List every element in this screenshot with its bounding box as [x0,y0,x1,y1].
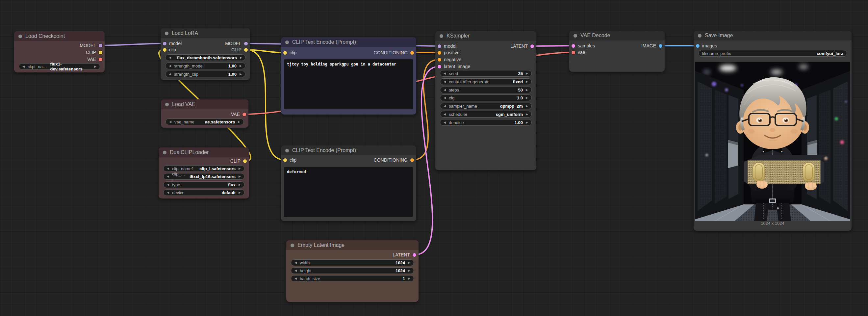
vae-name-widget[interactable]: ◀ vae_name ae.safetensors ▶ [165,118,244,125]
stepper-left-icon[interactable]: ◀ [443,121,446,124]
latent-port-icon[interactable] [571,44,575,48]
stepper-right-icon[interactable]: ▶ [239,175,241,178]
conditioning-port-icon[interactable] [438,58,441,62]
clip-port-icon[interactable] [283,158,287,162]
control-after-generate-widget[interactable]: ◀ control after generate fixed ▶ [440,78,532,85]
image-port-icon[interactable] [659,44,662,48]
stepper-right-icon[interactable]: ▶ [240,73,242,76]
stepper-left-icon[interactable]: ◀ [443,113,446,116]
stepper-right-icon[interactable]: ▶ [408,277,410,280]
stepper-left-icon[interactable]: ◀ [169,120,172,123]
node-clip-text-encode-positive[interactable]: CLIP Text Encode (Prompt) clip CONDITION… [281,37,416,115]
steps-widget[interactable]: ◀ steps 50 ▶ [440,87,532,93]
stepper-right-icon[interactable]: ▶ [408,261,410,264]
stepper-right-icon[interactable]: ▶ [526,72,528,75]
stepper-left-icon[interactable]: ◀ [169,56,171,59]
latent-port-icon[interactable] [530,45,534,48]
conditioning-port-icon[interactable] [410,158,414,162]
stepper-right-icon[interactable]: ▶ [239,183,241,186]
stepper-left-icon[interactable]: ◀ [294,269,297,272]
stepper-right-icon[interactable]: ▶ [94,65,96,68]
latent-port-icon[interactable] [413,253,416,257]
device-widget[interactable]: ◀ device default ▶ [163,189,245,196]
height-widget[interactable]: ◀ height 1024 ▶ [291,267,414,274]
type-widget[interactable]: ◀ type flux ▶ [163,181,245,188]
stepper-left-icon[interactable]: ◀ [443,80,446,83]
stepper-left-icon[interactable]: ◀ [294,261,297,264]
stepper-right-icon[interactable]: ▶ [238,120,240,123]
stepper-right-icon[interactable]: ▶ [239,191,241,194]
image-port-icon[interactable] [696,44,700,48]
stepper-left-icon[interactable]: ◀ [169,64,171,67]
vae-port-icon[interactable] [243,113,246,116]
conditioning-port-icon[interactable] [438,51,441,55]
clip-port-icon[interactable] [243,159,247,163]
stepper-left-icon[interactable]: ◀ [294,277,297,280]
widget-value: 1.00 [228,72,237,77]
vae-port-icon[interactable] [571,51,575,54]
stepper-left-icon[interactable]: ◀ [443,105,446,108]
stepper-right-icon[interactable]: ▶ [239,167,241,170]
batch-size-widget[interactable]: ◀ batch_size 1 ▶ [291,275,414,282]
node-vae-decode[interactable]: VAE Decode samples vae IMAGE [569,31,665,72]
stepper-right-icon[interactable]: ▶ [526,105,528,108]
model-port-icon[interactable] [163,42,166,46]
prompt-text-area[interactable]: tjtoy toy holding sparkgpu gpu in a data… [284,59,413,109]
stepper-right-icon[interactable]: ▶ [408,269,410,272]
stepper-right-icon[interactable]: ▶ [526,89,528,91]
stepper-right-icon[interactable]: ▶ [526,96,528,99]
vae-port-icon[interactable] [99,58,102,61]
node-dual-clip-loader[interactable]: DualCLIPLoader CLIP ◀ clip_name1 clip_l.… [159,147,249,199]
denoise-widget[interactable]: ◀ denoise 1.00 ▶ [440,119,532,126]
clip-name2-widget[interactable]: ◀ clip_nam ... t5xxl_fp16.safetensors ▶ [163,173,245,180]
ckpt-name-widget[interactable]: ◀ ckpt_name flux1-dev.safetensors ▶ [19,63,100,70]
sampler-name-widget[interactable]: ◀ sampler_name dpmpp_2m ▶ [440,103,532,109]
strength-clip-widget[interactable]: ◀ strength_clip 1.00 ▶ [165,71,245,77]
stepper-left-icon[interactable]: ◀ [22,65,25,68]
stepper-left-icon[interactable]: ◀ [443,72,446,75]
node-graph-canvas[interactable]: Load Checkpoint MODEL CLIP VAE ◀ ckpt_na… [0,0,868,316]
width-widget[interactable]: ◀ width 1024 ▶ [291,259,414,266]
output-slot-model: MODEL [225,40,248,47]
node-clip-text-encode-negative[interactable]: CLIP Text Encode (Prompt) clip CONDITION… [281,145,416,221]
model-port-icon[interactable] [244,42,248,46]
widget-label: steps [449,88,459,92]
node-load-lora[interactable]: Load LoRA model clip MODEL CLIP ◀ lor ..… [161,28,250,80]
stepper-right-icon[interactable]: ▶ [526,121,528,124]
stepper-right-icon[interactable]: ▶ [240,64,242,67]
clip-name1-widget[interactable]: ◀ clip_name1 clip_l.safetensors ▶ [163,165,245,172]
seed-widget[interactable]: ◀ seed 25 ▶ [440,70,532,77]
stepper-right-icon[interactable]: ▶ [526,80,528,83]
stepper-left-icon[interactable]: ◀ [167,183,169,186]
clip-port-icon[interactable] [283,51,287,55]
stepper-right-icon[interactable]: ▶ [240,56,242,59]
strength-model-widget[interactable]: ◀ strength_model 1.00 ▶ [165,62,245,69]
stepper-right-icon[interactable]: ▶ [526,113,528,116]
node-load-vae[interactable]: Load VAE VAE ◀ vae_name ae.safetensors ▶ [161,99,248,128]
widget-label: scheduler [449,112,467,117]
node-save-image[interactable]: Save Image images filename_prefix comfyu… [693,31,851,231]
stepper-left-icon[interactable]: ◀ [167,175,169,178]
node-ksampler[interactable]: KSampler model positive negative latent_… [435,31,536,170]
clip-port-icon[interactable] [163,48,166,52]
filename-prefix-widget[interactable]: filename_prefix comfyui_lora [698,50,847,57]
prompt-text-area[interactable]: deformed [284,167,413,217]
conditioning-port-icon[interactable] [410,51,414,55]
stepper-left-icon[interactable]: ◀ [169,73,171,76]
node-empty-latent-image[interactable]: Empty Latent Image LATENT ◀ width 1024 ▶… [286,240,418,302]
clip-port-icon[interactable] [99,51,102,54]
scheduler-widget[interactable]: ◀ scheduler sgm_uniform ▶ [440,111,532,117]
model-port-icon[interactable] [438,45,441,48]
stepper-left-icon[interactable]: ◀ [167,167,169,170]
cfg-widget[interactable]: ◀ cfg 1.0 ▶ [440,94,532,101]
lora-name-widget[interactable]: ◀ lor ... flux_dreambooth.safetensors ▶ [165,54,245,61]
clip-port-icon[interactable] [244,48,248,52]
stepper-left-icon[interactable]: ◀ [443,96,446,99]
latent-port-icon[interactable] [438,65,441,68]
node-load-checkpoint[interactable]: Load Checkpoint MODEL CLIP VAE ◀ ckpt_na… [14,31,105,73]
stepper-left-icon[interactable]: ◀ [167,191,169,194]
stepper-left-icon[interactable]: ◀ [443,89,446,91]
model-port-icon[interactable] [99,44,102,48]
widget-value: sgm_uniform [496,112,523,117]
slot-label: CONDITIONING [374,157,408,163]
